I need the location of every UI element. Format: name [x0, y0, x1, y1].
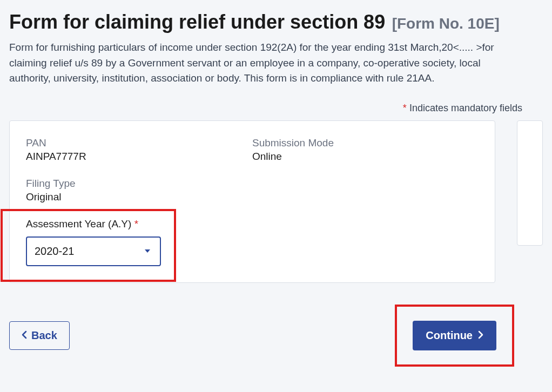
submission-mode-block: Submission Mode Online: [252, 137, 479, 163]
actions-row: Back Continue: [9, 305, 514, 367]
chevron-down-icon: [145, 249, 150, 253]
pan-label: PAN: [26, 137, 252, 149]
assessment-year-label: Assessment Year (A.Y) *: [26, 218, 479, 230]
chevron-right-icon: [478, 329, 483, 342]
pan-block: PAN AINPA7777R: [26, 137, 252, 163]
mandatory-note: * Indicates mandatory fields: [9, 103, 522, 114]
assessment-year-block: Assessment Year (A.Y) * 2020-21: [26, 218, 479, 266]
continue-button-label: Continue: [426, 329, 473, 342]
page-title: Form for claiming relief under section 8…: [9, 11, 385, 33]
assessment-year-label-text: Assessment Year (A.Y): [26, 218, 131, 229]
continue-button[interactable]: Continue: [413, 321, 496, 350]
back-button[interactable]: Back: [9, 321, 70, 350]
page-description: Form for furnishing particulars of incom…: [9, 40, 522, 86]
assessment-year-dropdown[interactable]: 2020-21: [26, 236, 161, 266]
submission-mode-label: Submission Mode: [252, 137, 479, 149]
mandatory-text: Indicates mandatory fields: [409, 103, 522, 113]
form-card: PAN AINPA7777R Submission Mode Online Fi…: [9, 120, 495, 283]
asterisk-icon: *: [403, 103, 407, 113]
continue-wrapper: Continue: [395, 305, 514, 367]
assessment-year-selected: 2020-21: [35, 245, 74, 258]
submission-mode-value: Online: [252, 151, 479, 163]
filing-type-label: Filing Type: [26, 178, 479, 190]
side-panel: [517, 120, 543, 246]
pan-value: AINPA7777R: [26, 151, 252, 163]
filing-type-value: Original: [26, 191, 479, 203]
filing-type-block: Filing Type Original: [26, 178, 479, 203]
chevron-left-icon: [22, 329, 27, 342]
back-button-label: Back: [31, 329, 57, 342]
form-number: [Form No. 10E]: [392, 15, 500, 32]
asterisk-icon: *: [134, 218, 138, 229]
